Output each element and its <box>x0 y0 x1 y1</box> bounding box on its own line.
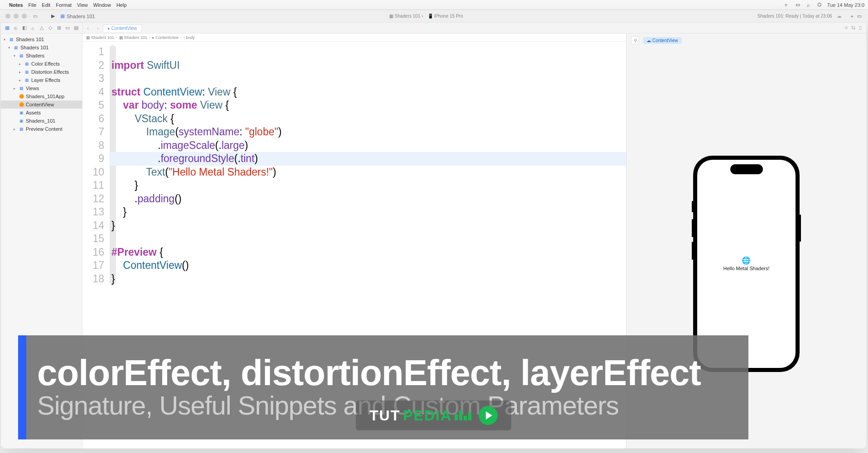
editor-tab-contentview[interactable]: ▸ ContentView <box>103 24 142 32</box>
preview-selector[interactable]: ☁ ContentView <box>643 37 682 44</box>
nav-item-contentview[interactable]: 🟠ContentView <box>1 100 82 109</box>
crumb-2[interactable]: ▸ ContentView <box>152 35 178 40</box>
scheme-selector[interactable]: ▦ Shaders 101 <box>60 13 95 19</box>
search-icon[interactable]: ⌕ <box>805 2 812 8</box>
traffic-lights[interactable] <box>5 14 27 19</box>
code-line[interactable]: VStack { <box>110 112 626 126</box>
nav-item-shaders-101[interactable]: ▾▦Shaders 101 <box>1 43 82 52</box>
zoom-icon[interactable] <box>22 14 27 19</box>
project-icon: ▦ <box>8 36 14 43</box>
nav-label: Shaders 101 <box>20 45 48 50</box>
wifi-icon[interactable]: ᯤ <box>784 2 790 8</box>
nav-item-distortion-effects[interactable]: ▸▦Distortion Effects <box>1 68 82 76</box>
nav-test-icon[interactable]: ◇ <box>48 25 53 31</box>
nav-item-color-effects[interactable]: ▸▦Color Effects <box>1 60 82 68</box>
app-name[interactable]: Notes <box>9 2 23 8</box>
menu-file[interactable]: File <box>29 2 37 8</box>
nav-item-preview-content[interactable]: ▸▦Preview Content <box>1 125 82 133</box>
code-line[interactable]: #Preview { <box>110 246 626 259</box>
adjust-editor-icon[interactable]: ⇆ <box>851 25 855 31</box>
code-line[interactable] <box>110 45 626 59</box>
watermark: TUT PEDIA <box>356 401 511 430</box>
code-line[interactable]: Image(systemName: "globe") <box>110 125 626 139</box>
asset-icon: ▣ <box>18 110 24 116</box>
nav-item-views[interactable]: ▸▦Views <box>1 84 82 92</box>
menubar-clock[interactable]: Tue 14 May 23:0 <box>827 2 864 8</box>
code-line[interactable]: ContentView() <box>110 259 626 272</box>
nav-issue-icon[interactable]: △ <box>39 25 44 31</box>
editor-options-icon[interactable]: ≡ <box>845 25 848 31</box>
nav-item-layer-effects[interactable]: ▸▦Layer Effects <box>1 76 82 84</box>
iphone-silent-switch <box>692 201 693 212</box>
nav-project-icon[interactable]: ▦ <box>5 25 10 31</box>
preview-text: Hello Metal Shaders! <box>723 266 769 271</box>
code-line[interactable]: .padding() <box>110 192 626 206</box>
menu-view[interactable]: View <box>77 2 88 8</box>
code-line[interactable]: } <box>110 205 626 219</box>
project-icon: ▦ <box>60 13 65 19</box>
nav-item-shaders[interactable]: ▾▦Shaders <box>1 52 82 60</box>
code-line[interactable]: import SwiftUI <box>110 59 626 72</box>
nav-label: Color Effects <box>31 61 60 67</box>
center-tab-1[interactable]: ▦ Shaders 101 › <box>389 14 423 19</box>
nav-item-assets[interactable]: ▣Assets <box>1 109 82 117</box>
nav-find-icon[interactable]: ⌕ <box>30 25 35 31</box>
split-editor-icon[interactable]: ▯ <box>859 25 862 31</box>
nav-item-shaders-101[interactable]: ▣Shaders_101 <box>1 117 82 125</box>
center-tab-2[interactable]: 📱 iPhone 15 Pro <box>428 14 463 19</box>
code-line[interactable]: var body: some View { <box>110 99 626 112</box>
code-line[interactable]: } <box>110 272 626 286</box>
code-line[interactable]: struct ContentView: View { <box>110 86 626 99</box>
crumb-0[interactable]: ▦ Shaders 101 <box>86 35 114 40</box>
nav-report-icon[interactable]: ▤ <box>74 25 79 31</box>
nav-label: Shaders 101 <box>16 37 44 42</box>
cloud-icon[interactable]: ☁ <box>837 13 842 19</box>
crumb-1[interactable]: ▦ Shaders 101 <box>119 35 147 40</box>
battery-icon[interactable]: ▭ <box>795 2 801 8</box>
code-line[interactable] <box>110 72 626 86</box>
nav-project-root[interactable]: ▾▦ Shaders 101 <box>1 35 82 43</box>
code-line[interactable]: Text("Hello Metal Shaders!") <box>110 166 626 179</box>
pin-preview-button[interactable]: ⚲ <box>631 36 639 44</box>
menu-format[interactable]: Format <box>56 2 72 8</box>
back-button[interactable]: ‹ <box>83 25 93 31</box>
menu-help[interactable]: Help <box>116 2 127 8</box>
minimize-icon[interactable] <box>14 14 19 19</box>
watermark-text-2: PEDIA <box>403 407 452 424</box>
menu-edit[interactable]: Edit <box>42 2 50 8</box>
iphone-side-button <box>800 215 801 242</box>
nav-label: Shaders <box>26 53 44 58</box>
play-icon <box>479 406 498 425</box>
iphone-volume-down <box>692 242 693 260</box>
nav-breakpoint-icon[interactable]: ▭ <box>65 25 70 31</box>
forward-button[interactable]: › <box>93 25 103 31</box>
nav-label: Views <box>26 86 39 91</box>
fld-icon: ▦ <box>24 69 30 75</box>
code-line[interactable]: } <box>110 219 626 233</box>
asset-icon: ▣ <box>18 118 24 124</box>
fld-icon: ▦ <box>18 126 24 132</box>
right-panel-toggle-icon[interactable]: ▭ <box>857 13 862 19</box>
close-icon[interactable] <box>5 14 10 19</box>
code-line[interactable]: .imageScale(.large) <box>110 139 626 153</box>
fld-icon: ▦ <box>13 44 19 51</box>
code-line[interactable]: } <box>110 179 626 192</box>
code-line[interactable] <box>110 232 626 246</box>
window-titlebar: ▭ ▶ ▦ Shaders 101 ▦ Shaders 101 › 📱 iPho… <box>1 10 866 23</box>
run-button[interactable]: ▶ <box>51 13 55 19</box>
fld-icon: ▦ <box>24 77 30 83</box>
control-center-icon[interactable]: ⌬ <box>816 2 823 8</box>
equalizer-icon <box>455 410 472 420</box>
menu-window[interactable]: Window <box>93 2 111 8</box>
add-tab-button[interactable]: + <box>851 14 854 19</box>
sidebar-toggle-icon[interactable]: ▭ <box>33 13 38 19</box>
code-line[interactable]: .foregroundStyle(.tint) <box>110 152 626 166</box>
nav-debug-icon[interactable]: ⊞ <box>57 25 62 31</box>
nav-symbol-icon[interactable]: ◧ <box>22 25 27 31</box>
nav-item-shaders-101app[interactable]: 🟠Shaders_101App <box>1 92 82 100</box>
editor-tab-label: ContentView <box>111 26 137 31</box>
scheme-label: Shaders 101 <box>67 14 95 19</box>
crumb-3[interactable]: ▫ body <box>183 35 195 40</box>
nav-source-icon[interactable]: ⎋ <box>13 25 18 31</box>
jump-bar[interactable]: ▦ Shaders 101› ▦ Shaders 101› ▸ ContentV… <box>82 33 626 42</box>
